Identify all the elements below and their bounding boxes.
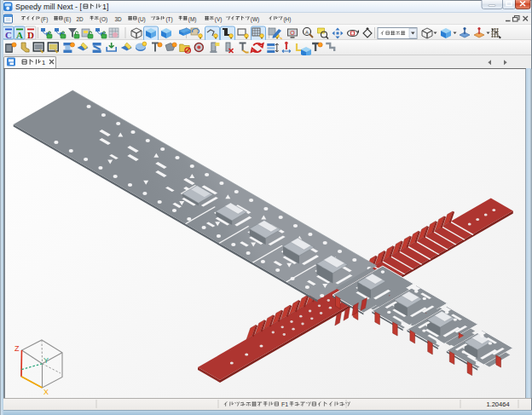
svg-text:A: A	[16, 30, 23, 40]
svg-text:3D: 3D	[115, 16, 123, 22]
svg-text:1: 1	[42, 59, 45, 66]
svg-text:(T): (T)	[165, 16, 172, 23]
svg-text:C: C	[5, 30, 12, 40]
svg-text:(M): (M)	[188, 16, 197, 23]
svg-text:(H): (H)	[283, 16, 291, 23]
svg-text:(F): (F)	[41, 16, 48, 23]
svg-text:O: O	[290, 30, 295, 36]
svg-text:Speedy mill Next - [: Speedy mill Next - [	[15, 3, 83, 11]
svg-text:2D: 2D	[77, 16, 84, 22]
svg-text:1]: 1]	[102, 3, 109, 11]
svg-text:X: X	[43, 388, 49, 396]
svg-text:1.20464: 1.20464	[486, 401, 509, 408]
svg-text:(E): (E)	[64, 16, 72, 23]
svg-text:(U): (U)	[138, 16, 146, 23]
svg-text:(O): (O)	[100, 16, 107, 23]
svg-text:A: A	[305, 30, 309, 35]
svg-text:Y: Y	[43, 356, 49, 365]
svg-text:F1: F1	[281, 401, 288, 407]
svg-text:D: D	[27, 30, 34, 40]
svg-text:Z: Z	[14, 344, 20, 353]
svg-text:(W): (W)	[251, 16, 259, 23]
svg-text:(V): (V)	[215, 16, 223, 23]
